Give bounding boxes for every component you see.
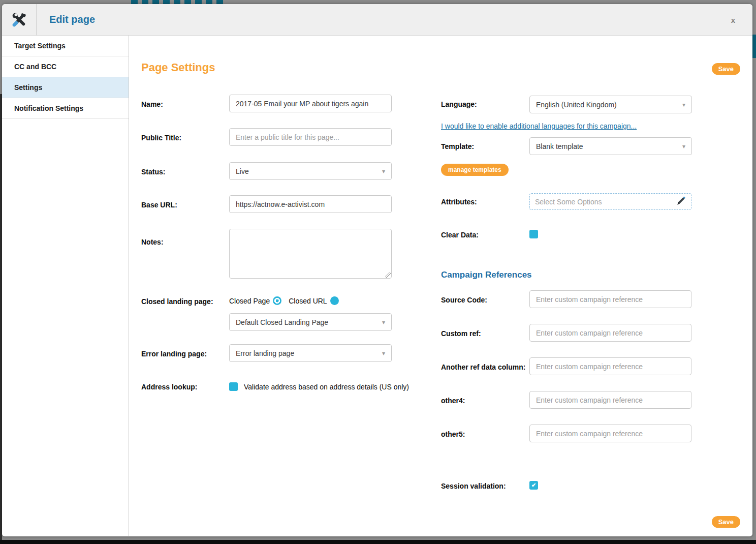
other4-input[interactable] <box>529 391 691 409</box>
campaign-references-heading: Campaign References <box>441 270 532 280</box>
edit-page-modal: Edit page x Target Settings CC and BCC S… <box>2 4 752 536</box>
error-landing-label: Error landing page: <box>141 349 207 358</box>
chevron-down-icon: ▾ <box>382 350 385 357</box>
notes-textarea[interactable] <box>229 229 392 279</box>
chevron-down-icon: ▾ <box>682 143 685 150</box>
enable-languages-link[interactable]: I would like to enable additional langua… <box>441 122 637 130</box>
closed-landing-label: Closed landing page: <box>141 297 213 306</box>
sidebar-item-settings[interactable]: Settings <box>2 77 129 98</box>
custom-ref-label: Custom ref: <box>441 329 481 338</box>
save-button-top[interactable]: Save <box>712 63 740 75</box>
other5-input[interactable] <box>529 425 691 442</box>
background-bottom-bar <box>0 540 756 544</box>
closed-landing-radio-group: Closed Page Closed URL <box>229 296 339 305</box>
language-select-value: English (United Kingdom) <box>536 101 617 109</box>
base-url-input[interactable] <box>229 195 392 213</box>
address-lookup-label: Address lookup: <box>141 382 197 391</box>
attributes-multiselect[interactable]: Select Some Options <box>529 193 691 210</box>
modal-title: Edit page <box>37 14 95 25</box>
custom-ref-input[interactable] <box>529 324 691 342</box>
closed-landing-select-value: Default Closed Landing Page <box>236 318 328 326</box>
pencil-icon[interactable] <box>676 196 686 207</box>
attributes-label: Attributes: <box>441 197 477 206</box>
source-code-input[interactable] <box>529 290 691 308</box>
another-ref-label: Another ref data column: <box>441 362 525 372</box>
closed-landing-select[interactable]: Default Closed Landing Page ▾ <box>229 313 392 331</box>
error-landing-select-value: Error landing page <box>236 349 294 357</box>
save-button-bottom[interactable]: Save <box>712 516 740 528</box>
source-code-label: Source Code: <box>441 295 487 305</box>
session-validation-label: Session validation: <box>441 481 506 491</box>
background-page-clipped-logo <box>131 0 225 4</box>
clear-data-label: Clear Data: <box>441 230 479 239</box>
background-right-teal-block <box>752 35 756 58</box>
template-select[interactable]: Blank template ▾ <box>529 137 692 155</box>
status-select-value: Live <box>236 167 249 175</box>
language-label: Language: <box>441 100 477 109</box>
error-landing-select[interactable]: Error landing page ▾ <box>229 344 392 362</box>
sidebar-item-notification-settings[interactable]: Notification Settings <box>2 98 129 119</box>
closed-url-radio[interactable] <box>330 296 339 305</box>
template-label: Template: <box>441 142 474 151</box>
public-title-label: Public Title: <box>141 133 181 142</box>
address-lookup-checkbox[interactable] <box>229 382 238 391</box>
name-label: Name: <box>141 100 163 109</box>
session-validation-checkbox[interactable] <box>529 481 538 490</box>
sidebar: Target Settings CC and BCC Settings Noti… <box>2 36 129 536</box>
chevron-down-icon: ▾ <box>682 101 685 108</box>
chevron-down-icon: ▾ <box>382 168 385 175</box>
other5-label: other5: <box>441 430 465 439</box>
template-select-value: Blank template <box>536 142 583 150</box>
chevron-down-icon: ▾ <box>382 319 385 326</box>
base-url-label: Base URL: <box>141 200 177 209</box>
attributes-placeholder: Select Some Options <box>535 198 602 206</box>
notes-label: Notes: <box>141 237 164 247</box>
status-select[interactable]: Live ▾ <box>229 162 392 180</box>
public-title-input[interactable] <box>229 128 392 146</box>
clear-data-checkbox[interactable] <box>529 230 538 238</box>
sidebar-item-cc-and-bcc[interactable]: CC and BCC <box>2 56 129 77</box>
tools-icon <box>2 4 37 36</box>
address-lookup-checkbox-label: Validate address based on address detail… <box>244 383 409 391</box>
closed-page-radio-label: Closed Page <box>229 297 270 305</box>
another-ref-input[interactable] <box>529 357 691 375</box>
name-input[interactable] <box>229 95 392 112</box>
background-right-strip <box>752 0 756 544</box>
other4-label: other4: <box>441 396 465 405</box>
page-title: Page Settings <box>141 61 215 74</box>
sidebar-item-target-settings[interactable]: Target Settings <box>2 36 129 56</box>
closed-page-radio[interactable] <box>273 296 281 305</box>
close-icon[interactable]: x <box>731 15 735 24</box>
modal-body: Target Settings CC and BCC Settings Noti… <box>2 36 752 536</box>
closed-url-radio-label: Closed URL <box>289 297 327 305</box>
modal-header: Edit page x <box>2 4 752 36</box>
language-select[interactable]: English (United Kingdom) ▾ <box>529 96 692 113</box>
status-label: Status: <box>141 167 165 176</box>
manage-templates-button[interactable]: manage templates <box>441 164 509 176</box>
